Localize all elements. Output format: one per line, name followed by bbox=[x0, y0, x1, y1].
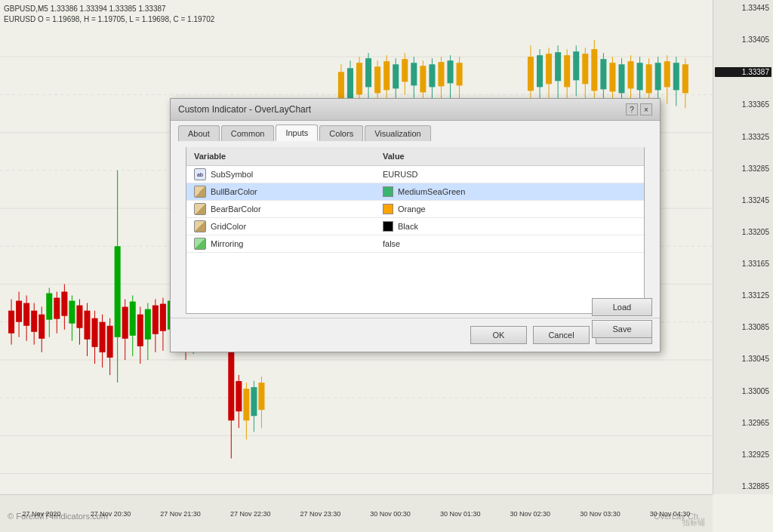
table-row[interactable]: ab SubSymbol EURUSD bbox=[186, 166, 644, 183]
dialog-titlebar: Custom Indicator - OverLayChart ? × bbox=[171, 99, 660, 121]
table-header: Variable Value bbox=[186, 147, 644, 166]
col-header-variable: Variable bbox=[186, 150, 375, 162]
dialog-title: Custom Indicator - OverLayChart bbox=[178, 104, 311, 115]
svg-rect-27 bbox=[61, 292, 67, 316]
svg-rect-59 bbox=[402, 59, 408, 81]
tab-colors[interactable]: Colors bbox=[319, 125, 363, 141]
time-label-4: 27 Nov 22:30 bbox=[230, 510, 271, 518]
price-label-8: 1.33165 bbox=[715, 260, 771, 268]
svg-rect-101 bbox=[429, 64, 435, 87]
price-label-10: 1.33085 bbox=[715, 323, 771, 331]
cancel-button[interactable]: Cancel bbox=[533, 326, 590, 344]
svg-rect-31 bbox=[76, 306, 82, 328]
dialog-controls: ? × bbox=[626, 103, 652, 115]
time-label-8: 30 Nov 02:30 bbox=[510, 510, 551, 518]
svg-rect-29 bbox=[69, 301, 75, 324]
load-button[interactable]: Load bbox=[592, 298, 652, 316]
price-label-11: 1.33045 bbox=[715, 355, 771, 363]
price-label-15: 1.32885 bbox=[715, 482, 771, 490]
price-label-14: 1.32925 bbox=[715, 451, 771, 459]
svg-rect-19 bbox=[31, 311, 37, 332]
table-row[interactable]: BullBarColor MediumSeaGreen bbox=[186, 183, 644, 201]
color-swatch-green bbox=[383, 186, 393, 197]
dialog-bottom-buttons: OK Cancel Reset bbox=[171, 318, 660, 352]
svg-rect-99 bbox=[420, 66, 426, 92]
svg-rect-95 bbox=[251, 387, 257, 416]
price-label-2: 1.33405 bbox=[715, 35, 771, 44]
svg-rect-49 bbox=[356, 63, 362, 94]
svg-rect-71 bbox=[160, 304, 166, 331]
svg-rect-61 bbox=[411, 63, 417, 85]
col-header-value: Value bbox=[375, 150, 644, 162]
svg-rect-67 bbox=[145, 309, 151, 340]
table-row[interactable]: BearBarColor Orange bbox=[186, 201, 644, 218]
svg-rect-17 bbox=[23, 303, 29, 326]
variable-name-1: SubSymbol bbox=[211, 170, 253, 179]
variable-value-1: EURUSD bbox=[383, 170, 417, 179]
var-icon-arrow bbox=[194, 238, 206, 250]
tab-bar: About Common Inputs Colors Visualization bbox=[171, 121, 660, 141]
svg-rect-91 bbox=[236, 381, 242, 411]
symbol-info-line1: GBPUSD,M5 1.33386 1.33394 1.33385 1.3338… bbox=[4, 4, 214, 14]
dialog-close-button[interactable]: × bbox=[640, 103, 652, 115]
dialog-content: About Common Inputs Colors Visualization… bbox=[171, 121, 660, 352]
svg-rect-37 bbox=[100, 322, 106, 352]
time-label-3: 27 Nov 21:30 bbox=[160, 510, 201, 518]
tab-common[interactable]: Common bbox=[221, 125, 275, 141]
svg-rect-109 bbox=[528, 57, 534, 91]
indicator-dialog: Custom Indicator - OverLayChart ? × Abou… bbox=[170, 98, 661, 352]
ok-button[interactable]: OK bbox=[470, 326, 527, 344]
tab-about[interactable]: About bbox=[178, 125, 220, 141]
svg-rect-125 bbox=[600, 59, 606, 89]
row-variable-1: ab SubSymbol bbox=[186, 166, 375, 183]
variable-name-2: BullBarColor bbox=[211, 187, 257, 196]
variable-name-3: BearBarColor bbox=[211, 204, 261, 214]
tab-visualization[interactable]: Visualization bbox=[365, 125, 431, 141]
price-label-5: 1.33285 bbox=[715, 165, 771, 173]
row-variable-2: BullBarColor bbox=[186, 183, 375, 200]
time-label-7: 30 Nov 01:30 bbox=[440, 510, 481, 518]
time-label-9: 30 Nov 03:30 bbox=[580, 510, 621, 518]
svg-rect-141 bbox=[673, 63, 679, 90]
dialog-help-button[interactable]: ? bbox=[626, 103, 638, 115]
inputs-table-section: Variable Value ab SubSymbol EURUSD bbox=[178, 147, 652, 314]
svg-rect-53 bbox=[374, 66, 380, 93]
svg-rect-39 bbox=[107, 326, 113, 358]
row-variable-3: BearBarColor bbox=[186, 201, 375, 217]
svg-rect-137 bbox=[655, 63, 661, 90]
price-current: 1.33387 bbox=[715, 67, 771, 77]
color-swatch-orange bbox=[383, 204, 393, 214]
svg-rect-107 bbox=[457, 63, 463, 85]
chart-area: GBPUSD,M5 1.33386 1.33394 1.33385 1.3338… bbox=[0, 0, 773, 532]
row-value-5: false bbox=[375, 237, 644, 251]
var-icon-color-2 bbox=[194, 203, 206, 215]
svg-rect-133 bbox=[637, 63, 643, 90]
table-row[interactable]: GridColor Black bbox=[186, 218, 644, 235]
svg-rect-131 bbox=[628, 61, 634, 88]
color-swatch-black bbox=[383, 221, 393, 232]
save-button[interactable]: Save bbox=[592, 320, 652, 338]
time-label-6: 30 Nov 00:30 bbox=[370, 510, 411, 518]
price-label-13: 1.32965 bbox=[715, 419, 771, 427]
svg-rect-121 bbox=[582, 54, 588, 84]
svg-rect-25 bbox=[54, 298, 60, 319]
var-icon-ab: ab bbox=[194, 168, 206, 180]
inputs-table: Variable Value ab SubSymbol EURUSD bbox=[186, 147, 645, 314]
svg-rect-143 bbox=[682, 64, 688, 93]
svg-rect-119 bbox=[573, 51, 579, 80]
variable-value-5: false bbox=[383, 239, 400, 248]
row-value-3: Orange bbox=[375, 201, 644, 217]
svg-rect-13 bbox=[8, 311, 14, 334]
svg-rect-23 bbox=[46, 294, 52, 320]
svg-rect-113 bbox=[546, 54, 552, 84]
price-label-4: 1.33325 bbox=[715, 133, 771, 141]
svg-rect-139 bbox=[664, 61, 670, 87]
overlay-label2: 指标铺 bbox=[682, 518, 705, 528]
svg-rect-69 bbox=[152, 306, 159, 334]
tab-inputs[interactable]: Inputs bbox=[276, 125, 318, 141]
table-row[interactable]: Mirroring false bbox=[186, 235, 644, 253]
price-label-7: 1.33205 bbox=[715, 228, 771, 236]
svg-rect-21 bbox=[38, 315, 45, 339]
svg-rect-115 bbox=[555, 52, 561, 81]
svg-rect-103 bbox=[438, 62, 444, 86]
